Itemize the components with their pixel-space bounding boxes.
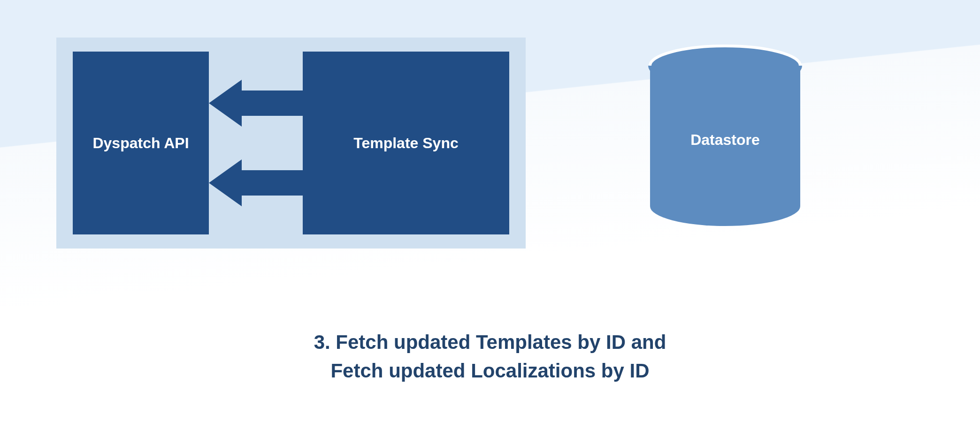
svg-marker-0 <box>209 80 303 127</box>
caption-line-1: 3. Fetch updated Templates by ID and <box>0 328 980 357</box>
datastore-label: Datastore <box>648 131 803 149</box>
datastore-cylinder: Datastore <box>648 45 803 227</box>
svg-marker-1 <box>209 159 303 206</box>
diagram-stage: Dyspatch API Template Sync Datastore 3. … <box>0 0 980 422</box>
template-sync-label: Template Sync <box>353 135 458 152</box>
arrow-left-icon <box>209 159 303 206</box>
dyspatch-api-label: Dyspatch API <box>92 135 189 152</box>
caption-line-2: Fetch updated Localizations by ID <box>0 357 980 385</box>
dyspatch-api-box: Dyspatch API <box>73 52 209 234</box>
diagram-caption: 3. Fetch updated Templates by ID and Fet… <box>0 328 980 385</box>
arrow-left-icon <box>209 80 303 127</box>
template-sync-box: Template Sync <box>303 52 509 234</box>
